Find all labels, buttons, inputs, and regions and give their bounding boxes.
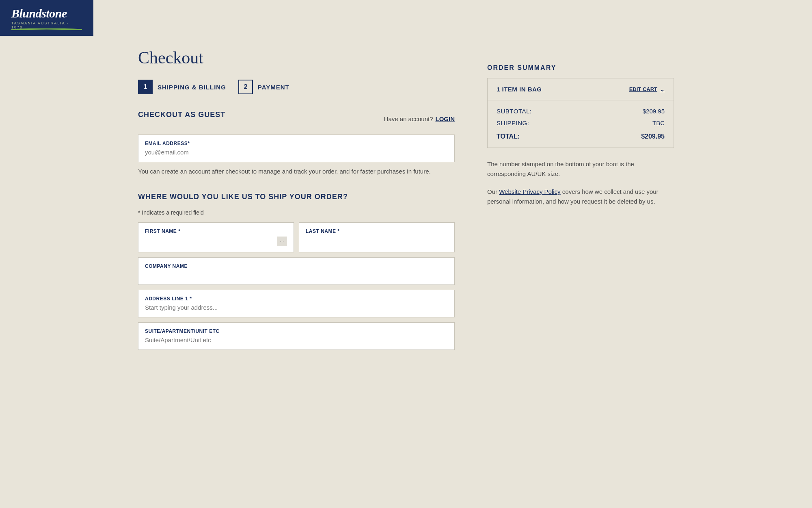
last-name-input[interactable] bbox=[306, 237, 448, 243]
logo-container: Blundstone Tasmania Australia · 1870 bbox=[0, 0, 93, 36]
subtotal-label: SUBTOTAL: bbox=[497, 108, 531, 115]
privacy-info: Our Website Privacy Policy covers how we… bbox=[487, 187, 674, 206]
step-1: 1 SHIPPING & BILLING bbox=[138, 80, 226, 94]
logo-tagline: Tasmania Australia · 1870 bbox=[11, 21, 81, 29]
suite-apt-input[interactable] bbox=[145, 336, 448, 343]
first-name-label: FIRST NAME * bbox=[145, 228, 287, 234]
order-summary-title: ORDER SUMMARY bbox=[487, 56, 674, 72]
suite-apt-label: SUITE/APARTMENT/UNIT ETC bbox=[145, 328, 448, 334]
total-label: TOTAL: bbox=[497, 133, 520, 140]
shipping-section: WHERE WOULD YOU LIKE US TO SHIP YOUR ORD… bbox=[138, 193, 455, 350]
have-account-text: Have an account? bbox=[384, 115, 433, 122]
account-note: You can create an account after checkout… bbox=[138, 167, 455, 176]
items-count: 1 ITEM IN BAG bbox=[497, 86, 542, 93]
privacy-policy-link[interactable]: Website Privacy Policy bbox=[499, 188, 560, 195]
first-name-input[interactable] bbox=[145, 239, 274, 246]
order-summary-box: 1 ITEM IN BAG EDIT CART ⌄ SUBTOTAL: $209… bbox=[487, 78, 674, 148]
right-column: ORDER SUMMARY 1 ITEM IN BAG EDIT CART ⌄ … bbox=[487, 48, 674, 382]
suite-apt-field[interactable]: SUITE/APARTMENT/UNIT ETC bbox=[138, 322, 455, 350]
shipping-label: SHIPPING: bbox=[497, 119, 529, 126]
required-note: * Indicates a required field bbox=[138, 209, 455, 216]
autofill-icon[interactable]: ··· bbox=[277, 237, 287, 246]
guest-checkout-section: CHECKOUT AS GUEST Have an account? LOGIN… bbox=[138, 111, 455, 176]
address-line1-input[interactable] bbox=[145, 304, 448, 311]
subtotal-value: $209.95 bbox=[643, 108, 665, 115]
boot-size-info: The number stamped on the bottom of your… bbox=[487, 159, 674, 179]
total-value: $209.95 bbox=[641, 133, 665, 140]
logo-swoosh-icon bbox=[11, 28, 82, 30]
shipping-heading: WHERE WOULD YOU LIKE US TO SHIP YOUR ORD… bbox=[138, 193, 455, 201]
name-row: FIRST NAME * ··· LAST NAME * bbox=[138, 222, 455, 252]
step-2-number: 2 bbox=[238, 80, 253, 94]
page-title: Checkout bbox=[138, 48, 455, 67]
address-line1-label: ADDRESS LINE 1 * bbox=[145, 296, 448, 302]
email-field-wrapper[interactable]: EMAIL ADDRESS* bbox=[138, 135, 455, 162]
last-name-label: LAST NAME * bbox=[306, 228, 448, 234]
edit-cart-label: EDIT CART bbox=[629, 86, 657, 92]
last-name-field[interactable]: LAST NAME * bbox=[299, 222, 455, 252]
step-2: 2 PAYMENT bbox=[238, 80, 289, 94]
company-name-label: COMPANY NAME bbox=[145, 263, 448, 269]
have-account-row: Have an account? LOGIN bbox=[384, 115, 455, 122]
step-2-label: PAYMENT bbox=[258, 84, 289, 91]
summary-details: SUBTOTAL: $209.95 SHIPPING: TBC TOTAL: $… bbox=[488, 100, 674, 148]
first-name-field[interactable]: FIRST NAME * ··· bbox=[138, 222, 294, 252]
company-name-input[interactable] bbox=[145, 271, 448, 278]
step-1-number: 1 bbox=[138, 80, 153, 94]
guest-checkout-heading: CHECKOUT AS GUEST bbox=[138, 111, 225, 119]
email-label: EMAIL ADDRESS* bbox=[145, 141, 448, 146]
company-name-field[interactable]: COMPANY NAME bbox=[138, 257, 455, 285]
logo-text: Blundstone bbox=[11, 7, 81, 20]
login-link[interactable]: LOGIN bbox=[436, 115, 455, 122]
address-line1-field[interactable]: ADDRESS LINE 1 * bbox=[138, 290, 455, 317]
edit-cart-button[interactable]: EDIT CART ⌄ bbox=[629, 86, 665, 93]
email-input[interactable] bbox=[145, 149, 448, 156]
shipping-value: TBC bbox=[652, 119, 665, 126]
checkout-steps: 1 SHIPPING & BILLING 2 PAYMENT bbox=[138, 80, 455, 94]
step-1-label: SHIPPING & BILLING bbox=[158, 84, 226, 91]
chevron-down-icon: ⌄ bbox=[660, 86, 665, 93]
